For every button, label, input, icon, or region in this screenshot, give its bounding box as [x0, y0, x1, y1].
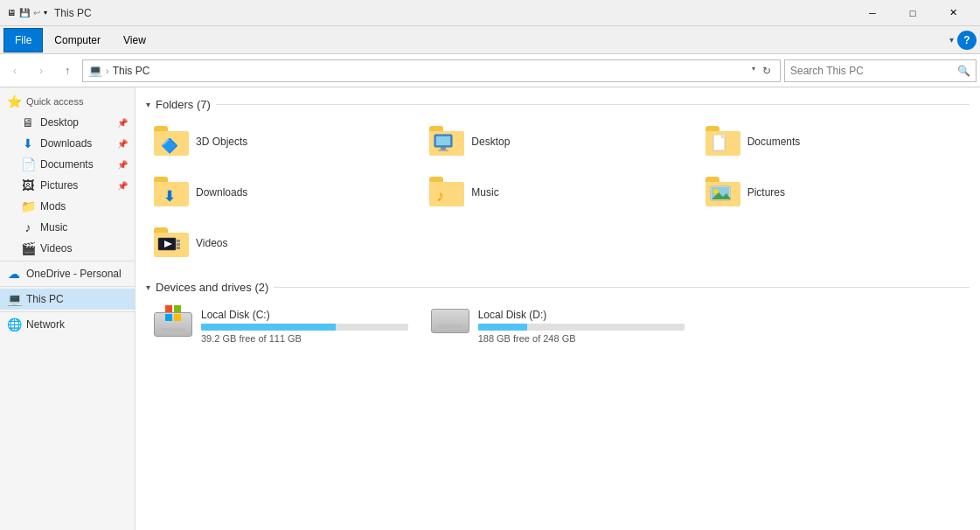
sidebar-desktop-label: Desktop	[40, 116, 79, 129]
help-button[interactable]: ?	[957, 31, 977, 50]
folder-item-pictures[interactable]: Pictures	[698, 169, 970, 216]
sidebar-item-mods[interactable]: 📁 Mods	[0, 196, 135, 217]
content-area: ▾ Folders (7) 🔷 3D Objects	[136, 87, 980, 530]
ribbon-tab-view[interactable]: View	[112, 28, 157, 52]
folder-icon-music: ♪	[429, 177, 464, 208]
network-icon: 🌐	[7, 317, 21, 331]
address-path-text: This PC	[113, 65, 150, 77]
window-title: This PC	[54, 7, 92, 19]
sidebar-music-label: Music	[40, 221, 67, 234]
quick-access-label: Quick access	[26, 96, 83, 107]
close-button[interactable]: ✕	[933, 0, 973, 26]
sidebar-item-thispc[interactable]: 💻 This PC	[0, 289, 135, 310]
desktop-icon: 🖥	[21, 115, 35, 129]
svg-rect-3	[438, 150, 448, 151]
svg-rect-22	[174, 314, 181, 321]
drive-c-name: Local Disk (C:)	[201, 309, 408, 321]
folder-item-music[interactable]: ♪ Music	[421, 169, 693, 216]
videos-icon: 🎬	[21, 241, 35, 255]
music-icon: ♪	[21, 220, 35, 234]
svg-rect-21	[165, 314, 172, 321]
quick-access-icon: ⭐	[7, 94, 21, 108]
title-bar: 🖥 💾 ↩ ▾ This PC ─ □ ✕	[0, 0, 980, 26]
folders-section-title: Folders (7)	[156, 98, 211, 111]
folder-music-label: Music	[471, 186, 498, 199]
sidebar-divider-3	[0, 311, 135, 312]
thispc-icon: 💻	[7, 292, 21, 306]
address-input[interactable]: 💻 › This PC ▾ ↻	[82, 59, 781, 82]
folders-chevron[interactable]: ▾	[146, 100, 150, 109]
drive-item-d[interactable]: Local Disk (D:) 188 GB free of 248 GB	[423, 301, 693, 352]
drive-c-bar-fill	[201, 324, 336, 331]
drives-divider	[274, 287, 970, 288]
sidebar-item-downloads[interactable]: ⬇ Downloads 📌	[0, 133, 135, 154]
sidebar-divider-2	[0, 286, 135, 287]
drives-section-title: Devices and drives (2)	[156, 281, 268, 294]
up-button[interactable]: ↑	[56, 59, 79, 82]
drive-item-c[interactable]: Local Disk (C:) 39.2 GB free of 111 GB	[146, 301, 416, 352]
ribbon: File Computer View ▾ ?	[0, 26, 980, 54]
pin-icon-4: 📌	[117, 181, 128, 191]
forward-button[interactable]: ›	[30, 59, 52, 82]
folder-item-desktop[interactable]: Desktop	[421, 118, 693, 165]
ribbon-expand: ▾ ?	[949, 31, 977, 50]
folder-item-3d-objects[interactable]: 🔷 3D Objects	[146, 118, 418, 165]
sidebar-item-pictures[interactable]: 🖼 Pictures 📌	[0, 175, 135, 196]
sidebar-item-videos[interactable]: 🎬 Videos	[0, 238, 135, 259]
drives-chevron[interactable]: ▾	[146, 282, 150, 292]
drive-c-info: Local Disk (C:) 39.2 GB free of 111 GB	[201, 309, 408, 344]
sidebar-item-network[interactable]: 🌐 Network	[0, 314, 135, 335]
folder-icon-desktop	[429, 126, 464, 157]
drives-grid: Local Disk (C:) 39.2 GB free of 111 GB L…	[146, 301, 970, 352]
pin-icon-3: 📌	[117, 160, 128, 170]
maximize-button[interactable]: □	[893, 0, 933, 26]
folder-icon-videos	[154, 227, 189, 259]
sidebar-divider-1	[0, 261, 135, 262]
ribbon-tab-file[interactable]: File	[3, 28, 43, 52]
pin-icon-2: 📌	[117, 139, 128, 149]
svg-rect-16	[177, 240, 180, 242]
folders-grid: 🔷 3D Objects	[146, 118, 970, 267]
address-dropdown-btn[interactable]: ▾	[748, 65, 759, 77]
documents-icon: 📄	[21, 157, 35, 171]
folder-item-videos[interactable]: Videos	[146, 220, 418, 267]
folder-videos-label: Videos	[196, 237, 227, 249]
search-icon: 🔍	[957, 65, 970, 77]
search-input[interactable]	[790, 65, 957, 77]
folder-3d-objects-label: 3D Objects	[196, 136, 247, 148]
drive-c-bar-bg	[201, 324, 408, 331]
sidebar-documents-label: Documents	[40, 158, 94, 171]
refresh-button[interactable]: ↻	[759, 65, 775, 77]
sidebar-item-documents[interactable]: 📄 Documents 📌	[0, 154, 135, 175]
svg-rect-17	[177, 243, 180, 246]
ribbon-tab-computer[interactable]: Computer	[43, 28, 112, 52]
folder-item-downloads[interactable]: ⬇ Downloads	[146, 169, 418, 216]
search-box[interactable]: 🔍	[784, 59, 977, 82]
onedrive-icon: ☁	[7, 267, 21, 281]
title-bar-controls: ─ □ ✕	[852, 0, 973, 26]
drives-section-header: ▾ Devices and drives (2)	[146, 281, 970, 294]
sidebar-thispc-label: This PC	[26, 293, 64, 305]
folder-icon-pictures	[705, 177, 740, 208]
folder-icon-downloads: ⬇	[154, 177, 189, 208]
sidebar-mods-label: Mods	[40, 200, 66, 213]
minimize-button[interactable]: ─	[852, 0, 893, 26]
sidebar: ⭐ Quick access 🖥 Desktop 📌 ⬇ Downloads 📌…	[0, 87, 136, 530]
svg-rect-18	[177, 247, 180, 249]
folder-icon-3d: 🔷	[154, 126, 189, 157]
folder-desktop-label: Desktop	[471, 136, 510, 148]
back-button[interactable]: ‹	[3, 59, 26, 82]
sidebar-onedrive-label: OneDrive - Personal	[26, 268, 122, 280]
drive-d-info: Local Disk (D:) 188 GB free of 248 GB	[478, 309, 685, 344]
sidebar-videos-label: Videos	[40, 242, 72, 255]
sidebar-network-label: Network	[26, 318, 65, 331]
drive-d-name: Local Disk (D:)	[478, 309, 685, 321]
sidebar-item-onedrive[interactable]: ☁ OneDrive - Personal	[0, 263, 135, 284]
drive-c-space: 39.2 GB free of 111 GB	[201, 333, 408, 344]
svg-rect-20	[174, 305, 181, 312]
folder-item-documents[interactable]: Documents	[698, 118, 970, 165]
svg-rect-1	[436, 136, 450, 145]
sidebar-item-music[interactable]: ♪ Music	[0, 217, 135, 238]
sidebar-item-desktop[interactable]: 🖥 Desktop 📌	[0, 112, 135, 133]
folder-documents-label: Documents	[747, 136, 801, 148]
